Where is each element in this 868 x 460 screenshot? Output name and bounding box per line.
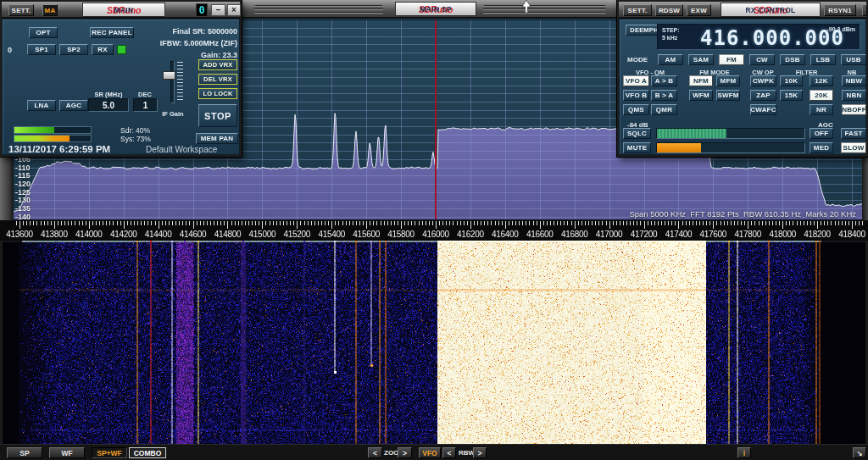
sr-label: SR (MHz) xyxy=(86,91,131,98)
mem-pan-button[interactable]: MEM PAN xyxy=(196,133,238,144)
squelch-bar[interactable] xyxy=(656,128,805,139)
sys-load-meter xyxy=(14,135,92,142)
if-gain-slider-track[interactable] xyxy=(170,61,175,103)
rbw-up-button[interactable]: > xyxy=(473,447,487,458)
dec-label: DEC xyxy=(131,91,159,98)
info-button[interactable]: i xyxy=(737,447,751,458)
sr-value-field[interactable]: 5.0 xyxy=(88,98,129,112)
rx-button-15k[interactable]: 15K xyxy=(780,90,803,101)
rx-button-nbn[interactable]: NBN xyxy=(842,90,866,101)
final-sr-label: Final SR: 5000000 xyxy=(103,27,237,36)
rx-control-window: SETT. RDSW EXW SDRuno RX CONTROL RSYN1 D… xyxy=(617,0,868,157)
bottom-bar: SPWFSP+WFCOMBO < ZOOM > VFO < RBW > i ↘ xyxy=(0,444,868,460)
rbw-down-button[interactable]: < xyxy=(442,447,456,458)
rx-button-a-b[interactable]: A > B xyxy=(651,75,677,86)
add-vrx-button[interactable]: ADD VRX xyxy=(198,59,237,70)
view-button-sp[interactable]: SP xyxy=(7,447,42,458)
rx-button-swfm[interactable]: SWFM xyxy=(716,90,740,101)
mode-button-sam[interactable]: SAM xyxy=(688,54,714,65)
del-vrx-button[interactable]: DEL VRX xyxy=(198,74,237,85)
rx-sett-button[interactable]: SETT. xyxy=(623,4,652,16)
sp2-button[interactable]: SP2 xyxy=(59,44,88,55)
if-gain-slider-ticks xyxy=(177,62,183,103)
main-sett-button[interactable]: SETT. xyxy=(8,4,34,16)
zoom-in-button[interactable]: > xyxy=(398,447,412,458)
lo-lock-button[interactable]: LO LOCK xyxy=(198,88,237,99)
vfo-button[interactable]: VFO xyxy=(419,447,441,458)
agc-off-button[interactable]: OFF xyxy=(810,128,833,139)
db-label-130: -130 xyxy=(15,196,44,204)
rx-button-zap[interactable]: ZAP xyxy=(750,90,776,101)
mode-button-dsb[interactable]: DSB xyxy=(780,54,805,65)
mode-label: MODE xyxy=(627,56,654,64)
view-button-wf[interactable]: WF xyxy=(49,447,85,458)
rx-button-wfm[interactable]: WFM xyxy=(689,90,713,101)
agc-fast-button[interactable]: FAST xyxy=(841,128,866,139)
frequency-display[interactable]: STEP: 5 kHz 416.000.000 -90.3 dBm xyxy=(657,24,860,50)
dec-value-field[interactable]: 1 xyxy=(133,98,158,112)
rx-button-nbw[interactable]: NBW xyxy=(842,75,866,86)
resize-corner-button[interactable]: ↘ xyxy=(853,447,866,458)
sdr-load-meter xyxy=(14,126,92,134)
rdsw-button[interactable]: RDSW xyxy=(655,4,683,16)
close-button[interactable]: × xyxy=(227,4,241,16)
rx-button-qms[interactable]: QMS xyxy=(623,104,649,115)
opt-button[interactable]: OPT xyxy=(29,27,58,38)
db-label-115: -115 xyxy=(15,171,44,180)
sdr-load-label: Sdr: 40% xyxy=(120,126,173,135)
step-label: STEP: xyxy=(662,27,680,33)
ifbw-label: IFBW: 5.000MHz (ZIF) xyxy=(103,39,237,47)
mode-button-lsb[interactable]: LSB xyxy=(810,54,836,65)
rx-button-12k[interactable]: 12K xyxy=(810,75,833,86)
main-ma-button[interactable]: MA xyxy=(42,4,58,16)
vrx-index: 0 xyxy=(8,46,18,54)
rsyn1-button[interactable]: RSYN1 xyxy=(824,4,856,16)
main-sp-title-plate[interactable]: SDRuno MAIN SP xyxy=(395,2,476,16)
sys-load-fill xyxy=(14,136,70,141)
freq-label-418400: 418400 xyxy=(832,230,868,239)
lna-button[interactable]: LNA xyxy=(27,100,56,111)
audio-level-bar[interactable] xyxy=(656,142,805,153)
zoom-out-button[interactable]: < xyxy=(368,447,382,458)
waterfall-display[interactable] xyxy=(0,241,868,444)
exw-button[interactable]: EXW xyxy=(687,4,711,16)
rx-title: RX CONTROL xyxy=(745,6,795,14)
rx-button-qmr[interactable]: QMR xyxy=(651,104,677,115)
rx-title-plate[interactable]: SDRuno RX CONTROL xyxy=(721,3,821,17)
rx-button-cwpk[interactable]: CWPK xyxy=(750,75,776,86)
mode-button-cw[interactable]: CW xyxy=(749,54,775,65)
mode-button-usb[interactable]: USB xyxy=(841,54,866,65)
mute-button[interactable]: MUTE xyxy=(623,142,651,153)
mouse-cursor xyxy=(521,0,531,14)
rx-button-cwafc[interactable]: CWAFC xyxy=(750,104,776,115)
sp1-button[interactable]: SP1 xyxy=(27,44,56,55)
agc-button[interactable]: AGC xyxy=(59,100,88,111)
rx-button-nboff[interactable]: NBOFF xyxy=(842,104,866,115)
stop-button[interactable]: STOP xyxy=(198,104,237,127)
main-window: SETT. MA SDRuno MAIN 0 – × OPT REC PANEL… xyxy=(0,0,242,157)
mode-button-fm[interactable]: FM xyxy=(719,54,744,65)
rx-button-vfo-b[interactable]: VFO B xyxy=(623,90,649,101)
partial-button[interactable] xyxy=(862,4,867,16)
sdruno-screen: SDRuno MAIN SP -105-110-115-120-125-130-… xyxy=(0,0,868,460)
rx-button-nfm[interactable]: NFM xyxy=(689,75,713,86)
rx-button-10k[interactable]: 10K xyxy=(780,75,803,86)
minimize-button[interactable]: – xyxy=(211,4,225,16)
rx-button-b-a[interactable]: B > A xyxy=(651,90,677,101)
mode-button-am[interactable]: AM xyxy=(658,54,683,65)
sqlc-button[interactable]: SQLC xyxy=(623,128,651,139)
frequency-ruler[interactable]: 4136004138004140004142004144004146004148… xyxy=(0,220,868,241)
workspace-label: Default Workspace xyxy=(146,145,237,154)
agc-med-button[interactable]: MED xyxy=(810,142,833,153)
db-label-135: -135 xyxy=(15,204,44,213)
agc-slow-button[interactable]: SLOW xyxy=(841,142,866,153)
rx-button-20k[interactable]: 20K xyxy=(810,90,833,101)
rx-button-vfo-a[interactable]: VFO A xyxy=(623,75,649,86)
rx-button-mfm[interactable]: MFM xyxy=(716,75,740,86)
rx-button-nr[interactable]: NR xyxy=(810,104,833,115)
view-button-combo[interactable]: COMBO xyxy=(129,447,166,458)
if-gain-slider-handle[interactable] xyxy=(163,71,175,80)
main-title-plate[interactable]: SDRuno MAIN xyxy=(82,3,165,17)
view-button-sp+wf[interactable]: SP+WF xyxy=(92,447,127,458)
power-readout: -90.3 dBm xyxy=(827,26,855,32)
